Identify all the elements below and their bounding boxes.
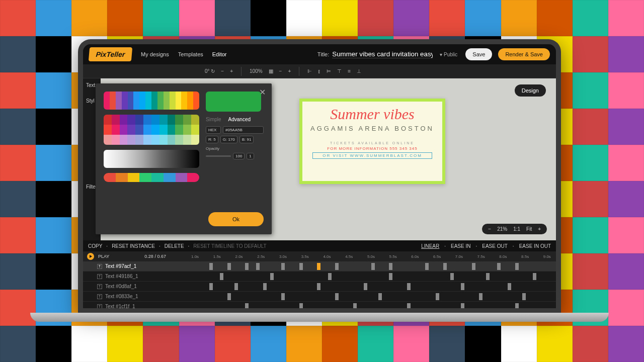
nav-editor[interactable]: Editor xyxy=(212,51,227,57)
align-middle-icon[interactable]: ≡ xyxy=(348,68,351,74)
ease-out[interactable]: EASE OUT xyxy=(482,243,508,249)
align-left-icon[interactable]: ⊩ xyxy=(307,68,312,74)
card-title: Summer vibes xyxy=(302,106,442,123)
nav-templates[interactable]: Templates xyxy=(178,51,203,57)
palette-grayscale[interactable] xyxy=(104,150,199,168)
play-label: PLAY xyxy=(98,254,109,259)
card-subtitle: AGGAMIS ARENA BOSTON xyxy=(302,125,442,132)
opacity-step[interactable]: 1 xyxy=(247,153,254,159)
design-button[interactable]: Design xyxy=(515,84,546,97)
zoom-plus[interactable]: + xyxy=(538,226,541,232)
tab-advanced[interactable]: Advanced xyxy=(228,117,251,122)
palette-gradient[interactable] xyxy=(104,92,199,110)
g-input[interactable]: G: 170 xyxy=(220,136,237,143)
topbar: PixTeller My designs Templates Editor Ti… xyxy=(83,44,556,64)
title-label: Title: xyxy=(317,51,329,57)
card-tickets: TICKETS AVAILABLE ONLINE xyxy=(302,141,442,145)
ok-button[interactable]: Ok xyxy=(208,212,264,226)
tl-reset[interactable]: RESET INSTANCE xyxy=(112,243,155,249)
ease-linear[interactable]: LINEAR xyxy=(421,243,439,249)
save-button[interactable]: Save xyxy=(465,48,492,60)
time-display: 0.28 / 0.67 xyxy=(144,254,166,259)
track-row[interactable]: TText #0d8af_1 xyxy=(83,282,556,292)
align-bottom-icon[interactable]: ⊥ xyxy=(357,68,361,74)
dec-icon[interactable]: − xyxy=(221,68,224,74)
tl-reset-default[interactable]: RESET TIMELINE TO DEFAULT xyxy=(193,243,266,249)
current-color-swatch xyxy=(206,92,261,112)
track-row[interactable]: TText #49186_1 xyxy=(83,272,556,282)
zoom-pct[interactable]: 21% xyxy=(497,226,507,232)
grid-icon[interactable]: ▦ xyxy=(269,68,273,74)
track-row[interactable]: TText #97acf_1 xyxy=(83,261,556,272)
card-link[interactable]: OR VISIT WWW.SUMMERBLAST.COM xyxy=(312,152,432,159)
opacity-label: Opacity xyxy=(206,146,264,151)
opacity-value[interactable]: 100 xyxy=(233,153,245,159)
title-input[interactable] xyxy=(332,50,433,58)
ease-inout[interactable]: EASE IN OUT xyxy=(519,243,551,249)
opacity-slider[interactable] xyxy=(206,155,231,157)
play-icon[interactable] xyxy=(87,253,94,260)
align-center-icon[interactable]: ⫿ xyxy=(318,68,320,74)
tl-copy[interactable]: COPY xyxy=(88,243,102,249)
zoom-control: − 21% 1:1 Fit + xyxy=(482,224,547,234)
design-card[interactable]: Summer vibes AGGAMIS ARENA BOSTON TICKET… xyxy=(299,99,445,184)
track-row[interactable]: TText #0833e_1 xyxy=(83,292,556,302)
timeline-tracks: TText #97acf_1TText #49186_1TText #0d8af… xyxy=(83,261,556,308)
zoom-11[interactable]: 1:1 xyxy=(513,226,520,232)
tl-delete[interactable]: DELETE xyxy=(165,243,184,249)
hex-label: HEX xyxy=(206,126,221,134)
laptop-base xyxy=(30,313,609,322)
tab-simple[interactable]: Simple xyxy=(206,117,221,122)
rotate-icon[interactable]: 0° ↻ xyxy=(205,68,215,74)
zoom-in-icon[interactable]: + xyxy=(288,68,291,74)
laptop-frame: PixTeller My designs Templates Editor Ti… xyxy=(78,39,561,313)
color-picker-dialog: ✕ Simple Advanced HEX #05AA5B R: 5 G: 17… xyxy=(96,83,272,234)
zoom-out-icon[interactable]: − xyxy=(279,68,282,74)
app-screen: PixTeller My designs Templates Editor Ti… xyxy=(83,44,556,308)
zoom-minus[interactable]: − xyxy=(488,226,491,232)
b-input[interactable]: B: 91 xyxy=(239,136,254,143)
nav-mydesigns[interactable]: My designs xyxy=(141,51,169,57)
toolbar: 0° ↻ − + 100% ▦ − + ⊩ ⫿ ⊨ ⊤ ≡ ⊥ xyxy=(83,64,556,78)
zoom-fit[interactable]: Fit xyxy=(526,226,532,232)
ease-in[interactable]: EASE IN xyxy=(451,243,470,249)
timeline-header: COPY· RESET INSTANCE· DELETE· RESET TIME… xyxy=(83,240,556,251)
track-row[interactable]: TText #1cf1f_1 xyxy=(83,302,556,308)
r-input[interactable]: R: 5 xyxy=(206,136,218,143)
align-right-icon[interactable]: ⊨ xyxy=(327,68,331,74)
logo: PixTeller xyxy=(89,47,132,61)
inc-icon[interactable]: + xyxy=(230,68,233,74)
palette-rainbow[interactable] xyxy=(104,173,199,182)
title-area: Title: ▾ Public Save Render & Save xyxy=(317,48,550,60)
card-info: FOR MORE INFORMATION 555 345 345 xyxy=(302,146,442,151)
palette-swatches[interactable] xyxy=(104,115,199,145)
zoom-value[interactable]: 100% xyxy=(250,68,263,74)
visibility-dropdown[interactable]: ▾ Public xyxy=(440,52,457,57)
align-top-icon[interactable]: ⊤ xyxy=(337,68,342,74)
time-marks: 1.0s1.5s2.0s2.5s3.0s3.5s4.0s4.5s5.0s5.5s… xyxy=(191,251,551,261)
render-button[interactable]: Render & Save xyxy=(498,48,550,60)
playbar: PLAY 0.28 / 0.67 1.0s1.5s2.0s2.5s3.0s3.5… xyxy=(83,251,556,261)
hex-input[interactable]: #05AA5B xyxy=(223,126,264,134)
